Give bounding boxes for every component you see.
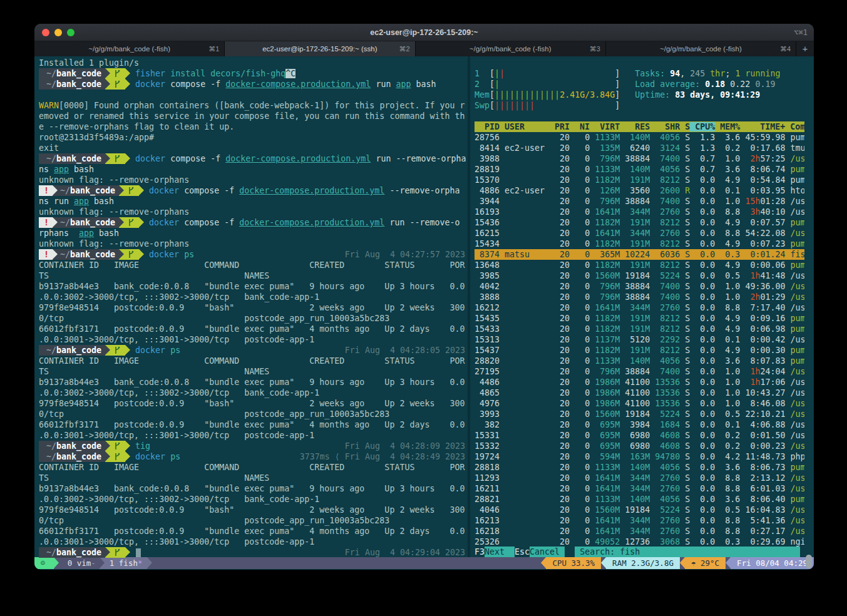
process-row[interactable]: 13648 20 0 1182M 191M 8212 S 0.0 4.9 0:0…	[475, 260, 804, 270]
process-row[interactable]: 3985 20 0 1560M 19184 5224 S 0.0 0.5 1h4…	[475, 270, 804, 281]
process-row-selected[interactable]: 8374 matsu 20 0 365M 10224 6036 S 0.0 0.…	[475, 249, 804, 260]
command-timestamp: Fri Aug 4 04:28:05 2023	[345, 345, 465, 356]
terminal-line: TS NAMES	[39, 473, 468, 483]
process-row[interactable]: 16212 20 0 1641M 344M 2760 S 0.0 8.8 7:1…	[475, 302, 804, 313]
process-row[interactable]: 4865 20 0 1986M 41100 13536 S 0.0 1.0 10…	[475, 388, 804, 398]
process-row[interactable]: 15332 20 0 695M 6980 4608 S 0.0 0.2 0:00…	[475, 441, 804, 451]
git-branch-icon	[114, 155, 120, 163]
powerline-separator	[726, 557, 731, 568]
process-row[interactable]: 4046 20 0 1560M 19184 5224 S 0.0 0.5 16:…	[475, 505, 804, 515]
process-row[interactable]: 25326 20 0 49052 12736 3068 S 0.0 0.3 0:…	[475, 536, 804, 547]
process-row[interactable]: 28819 20 0 1133M 140M 4056 S 0.7 3.6 8:0…	[475, 164, 804, 175]
tmux-window-fish[interactable]: 1 fish*	[100, 557, 148, 569]
process-row[interactable]: 15433 20 0 1182M 191M 8212 S 0.0 4.9 0:0…	[475, 324, 804, 334]
powerline-separator	[100, 557, 105, 568]
scrollbar-thumb[interactable]	[806, 555, 812, 568]
terminal-line: unknown flag: --remove-orphans	[39, 239, 468, 249]
terminal-line: .0.0:3002->3000/tcp, :::3002->3000/tcp b…	[39, 494, 468, 505]
process-table-header[interactable]: PID USER PRI NI VIRT RES SHR S CPU% MEM%…	[475, 121, 804, 132]
htop-pane[interactable]: 1 [|| ] Tasks: 94, 245 thr; 1 running2 […	[470, 56, 804, 557]
tab-4[interactable]: ~/g/g/m/bank_code (-fish)⌘4	[606, 41, 796, 56]
process-row[interactable]: 4486 20 0 1986M 41100 13536 S 0.0 1.0 1h…	[475, 377, 804, 388]
tab-3[interactable]: ~/g/g/m/bank_code (-fish)⌘3	[416, 41, 606, 56]
prompt-line: ~/bank_codedocker compose -f docker-comp…	[39, 79, 468, 90]
process-row[interactable]: 382 20 0 695M 3984 1684 S 0.0 0.1 4:06.8…	[475, 419, 804, 430]
prompt-line: !~/bank_codedocker compose -f docker-com…	[39, 185, 468, 196]
process-row[interactable]: 27195 20 0 796M 38884 7400 S 0.0 1.0 1h2…	[475, 366, 804, 377]
process-row[interactable]: 15434 20 0 1182M 191M 8212 S 0.0 4.9 0:0…	[475, 239, 804, 249]
process-row[interactable]: 28821 20 0 1133M 140M 4056 S 0.0 3.6 8:0…	[475, 494, 804, 505]
process-row[interactable]: 16193 20 0 1641M 344M 2760 S 0.0 8.8 3h4…	[475, 207, 804, 217]
process-row[interactable]: 15331 20 0 695M 6980 4608 S 0.0 0.2 0:01…	[475, 430, 804, 441]
error-indicator: !	[39, 217, 53, 228]
process-row[interactable]: 4976 20 0 1986M 41100 13536 S 0.0 1.0 8:…	[475, 398, 804, 409]
htop-function-bar: F3Next EscCancel Search: fish	[475, 547, 800, 557]
status-cpu[interactable]: CPU 33.3%	[546, 557, 601, 569]
search-next-button[interactable]: Next	[485, 547, 515, 557]
process-row[interactable]: 8414 ec2-user 20 0 135M 6240 3124 S 1.3 …	[475, 143, 804, 153]
prompt-line: ~/bank_codetigFri Aug 4 04:28:09 2023	[39, 441, 468, 451]
sort-column-header[interactable]: CPU%	[690, 122, 715, 131]
process-row[interactable]: 3888 20 0 796M 38884 7400 S 0.0 1.0 2h01…	[475, 292, 804, 302]
command-timestamp: 3737ms ⟨ Fri Aug 4 04:28:49 2023	[300, 451, 465, 462]
meter-line-3: Mem[|||||||||||||2.41G/3.84G] Uptime: 83…	[475, 90, 804, 100]
terminal-line	[39, 90, 468, 100]
process-row[interactable]: 16213 20 0 1641M 344M 2760 S 0.0 8.8 5:4…	[475, 515, 804, 526]
error-indicator: !	[39, 249, 53, 260]
terminal-line: exit	[39, 143, 468, 153]
status-clock[interactable]: Fri 08/04 04:29	[731, 557, 814, 569]
terminal-line: b9137a8b44e3 bank_code:0.0.8 "bundle exe…	[39, 377, 468, 388]
terminal-line: root@2313d3f5489a:/app#	[39, 132, 468, 143]
search-cancel-button[interactable]: Cancel	[530, 547, 565, 557]
tmux-status-bar: ☺0 vim-1 fish*CPU 33.3%RAM 2.3G/3.8G☂ 29…	[34, 557, 814, 569]
new-tab-button[interactable]: +	[796, 41, 814, 56]
terminal-line: 0/tcp postcode_app_run_10003a5bc283	[39, 313, 468, 324]
scrollbar-track[interactable]	[804, 56, 814, 557]
process-row[interactable]: 19724 20 0 594M 163M 94780 S 0.0 4.2 11:…	[475, 451, 804, 462]
process-row[interactable]: 4042 20 0 796M 38884 7400 S 0.0 1.0 49:3…	[475, 281, 804, 292]
tmux-window-vim[interactable]: 0 vim-	[59, 557, 100, 569]
error-indicator: !	[39, 185, 53, 196]
tab-1[interactable]: ~/g/g/m/bank_code (-fish)⌘1	[34, 41, 225, 56]
status-ram[interactable]: RAM 2.3G/3.8G	[606, 557, 680, 569]
terminal-line: Installed 1 plugin/s	[39, 58, 468, 68]
shell-pane[interactable]: Installed 1 plugin/s~/bank_codefisher in…	[34, 56, 468, 557]
window-shortcut: ⌥⌘1	[794, 28, 808, 37]
process-row[interactable]: 3944 20 0 796M 38884 7400 S 0.0 1.0 15h0…	[475, 196, 804, 207]
process-row[interactable]: 16211 20 0 1641M 344M 2760 S 0.0 8.8 6:0…	[475, 483, 804, 494]
meter-line-2: 2 [| ] Load average: 0.18 0.22 0.19	[475, 79, 804, 90]
process-row[interactable]: 3993 20 0 1560M 19184 5224 S 0.0 0.5 22:…	[475, 409, 804, 419]
process-row[interactable]: 15435 20 0 1182M 191M 8212 S 0.0 4.9 0:0…	[475, 313, 804, 324]
terminal-line: TS NAMES	[39, 270, 468, 281]
status-temperature[interactable]: ☂ 29°C	[685, 557, 726, 569]
prompt-line: !~/bank_codedocker psFri Aug 4 04:27:57 …	[39, 249, 468, 260]
terminal-line: CONTAINER ID IMAGE COMMAND CREATED STATU…	[39, 462, 468, 473]
terminal-line: .0.0:3001->3000/tcp, :::3001->3000/tcp p…	[39, 334, 468, 345]
process-row[interactable]: 15313 20 0 1137M 5120 2292 S 0.0 0.1 0:0…	[475, 334, 804, 345]
terminal-line: .0.0:3002->3000/tcp, :::3002->3000/tcp b…	[39, 292, 468, 302]
process-row[interactable]: 15370 20 0 1182M 191M 8212 S 0.0 4.9 0:5…	[475, 175, 804, 185]
powerline-separator	[541, 557, 546, 568]
desktop: ec2-user@ip-172-26-15-209:~ ⌥⌘1 ~/g/g/m/…	[0, 0, 847, 616]
process-row[interactable]: 16215 20 0 1641M 344M 2760 S 0.0 8.8 54:…	[475, 228, 804, 239]
search-input[interactable]: Search: fish	[575, 547, 800, 557]
command-timestamp: Fri Aug 4 04:29:04 2023	[345, 547, 465, 558]
process-row[interactable]: 15437 20 0 1182M 191M 8212 S 0.0 4.9 0:0…	[475, 345, 804, 356]
process-row[interactable]: 11293 20 0 1641M 344M 2760 S 0.0 8.8 2:1…	[475, 473, 804, 483]
command-timestamp: Fri Aug 4 04:28:09 2023	[345, 441, 465, 451]
process-row[interactable]: 4886 ec2-user 20 0 126M 3560 2600 R 0.0 …	[475, 185, 804, 196]
process-row[interactable]: 28756 20 0 1133M 140M 4056 S 1.3 3.6 45:…	[475, 132, 804, 143]
process-row[interactable]: 3988 20 0 796M 38884 7400 S 0.7 1.0 2h57…	[475, 153, 804, 164]
prompt-directory: ~/bank_code	[39, 441, 105, 451]
process-row[interactable]: 28818 20 0 1133M 140M 4056 S 0.0 3.6 8:0…	[475, 462, 804, 473]
process-row[interactable]: 28820 20 0 1133M 140M 4056 S 0.0 3.6 8:0…	[475, 356, 804, 366]
window-title: ec2-user@ip-172-26-15-209:~	[34, 28, 814, 37]
process-row[interactable]: 16218 20 0 1641M 344M 2760 S 0.0 8.8 0:2…	[475, 526, 804, 536]
tmux-session: Installed 1 plugin/s~/bank_codefisher in…	[34, 56, 814, 557]
terminal-line: b9137a8b44e3 bank_code:0.0.8 "bundle exe…	[39, 483, 468, 494]
session-indicator[interactable]: ☺	[34, 557, 54, 569]
terminal-line: 66012fbf3171 postcode:0.0.9 "bundle exec…	[39, 324, 468, 334]
terminal-line: 979f8e948514 postcode:0.0.9 "bash" 2 wee…	[39, 302, 468, 313]
tab-2[interactable]: ec2-user@ip-172-26-15-209:~ (ssh)⌘2	[225, 41, 415, 56]
process-row[interactable]: 15436 20 0 1182M 191M 8212 S 0.0 4.9 0:0…	[475, 217, 804, 228]
